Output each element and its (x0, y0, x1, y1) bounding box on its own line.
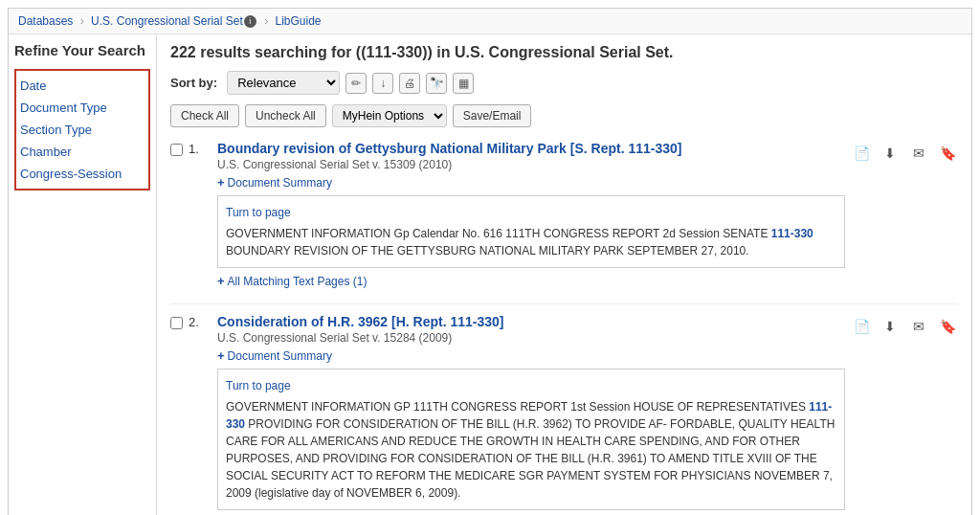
result-1-highlight: 111-330 (771, 227, 813, 240)
breadcrumb-serial-set[interactable]: U.S. Congressional Serial Set (91, 14, 243, 28)
sidebar-filter-box: Date Document Type Section Type Chamber … (14, 69, 150, 190)
result-2-body: Consideration of H.R. 3962 [H. Rept. 111… (217, 314, 845, 515)
result-1-actions: 📄 ⬇ ✉ 🔖 (851, 141, 958, 164)
result-1-all-matching[interactable]: + All Matching Text Pages (1) (217, 274, 367, 288)
result-2-snippet-end: PROVIDING FOR CONSIDERATION OF THE BILL … (226, 417, 835, 500)
results-database: U.S. Congressional Serial Set (455, 44, 669, 60)
result-2-pdf-icon[interactable]: 📄 (851, 316, 872, 337)
breadcrumb: Databases › U.S. Congressional Serial Se… (9, 9, 971, 34)
sidebar-item-section-type[interactable]: Section Type (20, 119, 145, 141)
sidebar-item-document-type[interactable]: Document Type (20, 97, 145, 119)
breadcrumb-databases[interactable]: Databases (18, 14, 73, 28)
result-2-snippet-body: GOVERNMENT INFORMATION GP 111TH CONGRESS… (226, 400, 809, 414)
result-item-1: 1. Boundary revision of Gettysburg Natio… (170, 141, 958, 288)
result-item-2: 2. Consideration of H.R. 3962 [H. Rept. … (170, 314, 958, 515)
result-1-meta: U.S. Congressional Serial Set v. 15309 (… (217, 158, 845, 171)
result-2-turn-to-page[interactable]: Turn to page (226, 377, 836, 394)
check-all-button[interactable]: Check All (170, 104, 239, 127)
result-2-snippet: Turn to page GOVERNMENT INFORMATION GP 1… (217, 369, 845, 510)
result-2-doc-summary-label: Document Summary (228, 349, 332, 363)
result-1-doc-summary[interactable]: + Document Summary (217, 175, 332, 190)
result-2-doc-summary[interactable]: + Document Summary (217, 348, 332, 363)
result-1-num: 1. (189, 141, 212, 156)
result-2-meta: U.S. Congressional Serial Set v. 15284 (… (217, 331, 845, 345)
content-area: 222 results searching for ((111-330)) in… (157, 34, 971, 515)
results-query: (111-330) (361, 44, 427, 60)
sidebar-item-congress-session[interactable]: Congress-Session (20, 163, 145, 185)
sort-desc-icon[interactable]: ↓ (372, 73, 393, 94)
results-header: 222 results searching for ((111-330)) in… (170, 44, 958, 61)
result-1-body: Boundary revision of Gettysburg National… (217, 141, 845, 288)
sidebar-title: Refine Your Search (14, 42, 150, 59)
breadcrumb-libguide[interactable]: LibGuide (276, 14, 322, 28)
breadcrumb-sep-2: › (264, 14, 268, 28)
info-icon[interactable]: i (244, 15, 256, 28)
sort-label: Sort by: (170, 76, 217, 90)
result-1-all-matching-label: All Matching Text Pages (1) (228, 275, 368, 288)
sidebar-item-date[interactable]: Date (20, 75, 145, 97)
grid-icon[interactable]: ▦ (453, 73, 474, 94)
result-1-doc-summary-label: Document Summary (228, 176, 332, 190)
result-1-snippet-body: GOVERNMENT INFORMATION Gp Calendar No. 6… (226, 227, 771, 240)
print-icon[interactable]: 🖨 (399, 73, 420, 94)
result-1-pdf-icon[interactable]: 📄 (851, 143, 872, 164)
result-2-download-icon[interactable]: ⬇ (880, 316, 901, 337)
plus-icon-2: + (217, 348, 225, 363)
save-email-button[interactable]: Save/Email (453, 104, 532, 127)
sidebar-item-chamber[interactable]: Chamber (20, 141, 145, 163)
result-1-email-icon[interactable]: ✉ (908, 143, 929, 164)
result-2-num: 2. (189, 314, 212, 329)
breadcrumb-sep-1: › (80, 14, 84, 28)
result-2-email-icon[interactable]: ✉ (908, 316, 929, 337)
plus-icon-1b: + (217, 274, 225, 288)
result-2-checkbox[interactable] (170, 317, 183, 329)
result-2-bookmark-icon[interactable]: 🔖 (937, 316, 958, 337)
result-1-download-icon[interactable]: ⬇ (880, 143, 901, 164)
sidebar: Refine Your Search Date Document Type Se… (9, 34, 157, 515)
result-2-actions: 📄 ⬇ ✉ 🔖 (851, 314, 958, 337)
result-1-snippet: Turn to page GOVERNMENT INFORMATION Gp C… (217, 195, 845, 268)
sort-bar: Sort by: Relevance Date (Newest) Date (O… (170, 71, 958, 95)
binoculars-icon[interactable]: 🔭 (426, 73, 447, 94)
plus-icon-1: + (217, 175, 225, 190)
result-1-title[interactable]: Boundary revision of Gettysburg National… (217, 141, 845, 156)
uncheck-all-button[interactable]: Uncheck All (245, 104, 326, 127)
results-count: 222 (170, 44, 196, 60)
sort-select[interactable]: Relevance Date (Newest) Date (Oldest) Ti… (227, 71, 340, 95)
result-1-snippet-end: BOUNDARY REVISION OF THE GETTYSBURG NATI… (226, 244, 749, 258)
edit-icon[interactable]: ✏ (345, 73, 367, 94)
action-bar: Check All Uncheck All MyHein Options Sav… (170, 104, 958, 127)
result-divider-1 (170, 303, 958, 304)
result-1-checkbox[interactable] (170, 144, 183, 156)
myhein-select[interactable]: MyHein Options (332, 104, 447, 127)
result-2-title[interactable]: Consideration of H.R. 3962 [H. Rept. 111… (217, 314, 845, 329)
result-1-bookmark-icon[interactable]: 🔖 (937, 143, 958, 164)
result-1-turn-to-page[interactable]: Turn to page (226, 204, 836, 221)
